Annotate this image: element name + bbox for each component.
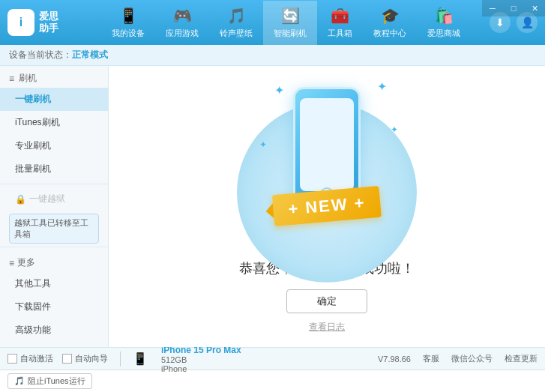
tutorial-icon: 🎓	[381, 7, 400, 25]
bottom-device-bar: 自动激活 自动向导 📱 iPhone 15 Pro Max 512GB iPho…	[0, 347, 545, 370]
device-info: iPhone 15 Pro Max 512GB iPhone	[161, 345, 241, 373]
auto-nav-checkbox[interactable]: 自动向导	[62, 353, 108, 364]
sub-header: 设备当前状态： 正常模式	[0, 45, 545, 66]
logo-text: 爱思 助手	[39, 10, 58, 34]
nav-smart-flash[interactable]: 🔄 智能刷机	[263, 1, 317, 45]
check-update-link[interactable]: 检查更新	[505, 353, 538, 364]
sidebar-item-other-tools[interactable]: 其他工具	[0, 272, 108, 295]
flash-icon: 🔄	[281, 7, 300, 25]
auto-connect-cb-box[interactable]	[7, 354, 17, 364]
nav-my-device[interactable]: 📱 我的设备	[101, 1, 155, 45]
itunes-icon: 🎵	[14, 376, 25, 386]
main-layout: ≡ 刷机 一键刷机 iTunes刷机 专业刷机 批量刷机 🔒 一键越狱 越狱工具…	[0, 66, 545, 347]
phone-screen	[300, 98, 354, 191]
minimize-button[interactable]: ─	[482, 0, 503, 16]
apps-icon: 🎮	[173, 7, 192, 25]
sidebar-item-itunes-flash[interactable]: iTunes刷机	[0, 111, 108, 134]
sidebar-item-pro-flash[interactable]: 专业刷机	[0, 134, 108, 157]
device-phone-icon: 📱	[133, 352, 148, 366]
logo-icon: i	[7, 9, 34, 36]
phone-illustration: ✦ ✦ ✦ ✦ + NEW +	[252, 79, 402, 244]
nav-ringtone[interactable]: 🎵 铃声壁纸	[209, 1, 263, 45]
confirm-button[interactable]: 确定	[286, 289, 367, 313]
nav-apps-games[interactable]: 🎮 应用游戏	[155, 1, 209, 45]
wechat-link[interactable]: 微信公众号	[451, 353, 493, 364]
view-log-link[interactable]: 查看日志	[309, 321, 345, 334]
sidebar-item-advanced[interactable]: 高级功能	[0, 319, 108, 342]
sparkle-icon-2: ✦	[377, 79, 387, 94]
sidebar-item-batch-flash[interactable]: 批量刷机	[0, 157, 108, 181]
close-button[interactable]: ✕	[524, 0, 545, 16]
more-icon: ≡	[9, 258, 14, 268]
maximize-button[interactable]: □	[503, 0, 524, 16]
lock-icon: 🔒	[15, 194, 26, 205]
sparkle-icon-3: ✦	[391, 124, 398, 135]
auto-nav-cb-box[interactable]	[62, 354, 72, 364]
sidebar: ≡ 刷机 一键刷机 iTunes刷机 专业刷机 批量刷机 🔒 一键越狱 越狱工具…	[0, 66, 109, 347]
auto-connect-checkbox[interactable]: 自动激活	[7, 353, 53, 364]
support-link[interactable]: 客服	[423, 353, 439, 364]
sidebar-item-download-fw[interactable]: 下载固件	[0, 295, 108, 319]
bottom-right-links: V7.98.66 客服 微信公众号 检查更新	[378, 353, 538, 364]
phone-illustration-wrapper: ✦ ✦ ✦ ✦ + NEW +	[252, 79, 402, 259]
sidebar-lock-jailbreak: 🔒 一键越狱	[0, 187, 108, 211]
sidebar-divider2	[0, 247, 108, 247]
window-controls: ─ □ ✕	[482, 0, 545, 16]
nav-shop[interactable]: 🛍️ 爱思商城	[417, 1, 471, 45]
shop-icon: 🛍️	[435, 7, 454, 25]
music-icon: 🎵	[227, 7, 246, 25]
divider	[120, 352, 121, 367]
sidebar-jailbreak-tip[interactable]: 越狱工具已转移至工具箱	[9, 214, 99, 244]
sparkle-icon-4: ✦	[259, 139, 267, 150]
sidebar-more-title: ≡ 更多	[0, 250, 108, 272]
sidebar-group-flash: ≡ 刷机	[0, 66, 108, 88]
nav-tutorial[interactable]: 🎓 教程中心	[363, 1, 417, 45]
nav-items: 📱 我的设备 🎮 应用游戏 🎵 铃声壁纸 🔄 智能刷机 🧰 工具箱 🎓 教程中心…	[82, 1, 490, 45]
top-nav-bar: i 爱思 助手 📱 我的设备 🎮 应用游戏 🎵 铃声壁纸 🔄 智能刷机 🧰 工具…	[0, 0, 545, 45]
nav-toolbox[interactable]: 🧰 工具箱	[317, 1, 363, 45]
toolbox-icon: 🧰	[331, 7, 349, 25]
device-storage: 512GB	[161, 355, 241, 364]
logo-area: i 爱思 助手	[7, 9, 82, 36]
phone-icon: 📱	[119, 7, 138, 25]
sidebar-divider1	[0, 184, 108, 184]
itunes-block-button[interactable]: 🎵 阻止iTunes运行	[7, 373, 92, 389]
flash-group-icon: ≡	[9, 73, 14, 84]
new-banner: + NEW +	[272, 186, 382, 226]
sidebar-item-one-click-flash[interactable]: 一键刷机	[0, 88, 108, 111]
new-plus-right: +	[347, 193, 366, 214]
new-plus-left: +	[287, 199, 306, 219]
status-bar: 🎵 阻止iTunes运行	[0, 370, 545, 392]
main-content: ✦ ✦ ✦ ✦ + NEW + 恭喜您，保资料刷机成功啦！ 确定 查看日志	[109, 66, 545, 347]
sparkle-icon-1: ✦	[274, 83, 284, 97]
